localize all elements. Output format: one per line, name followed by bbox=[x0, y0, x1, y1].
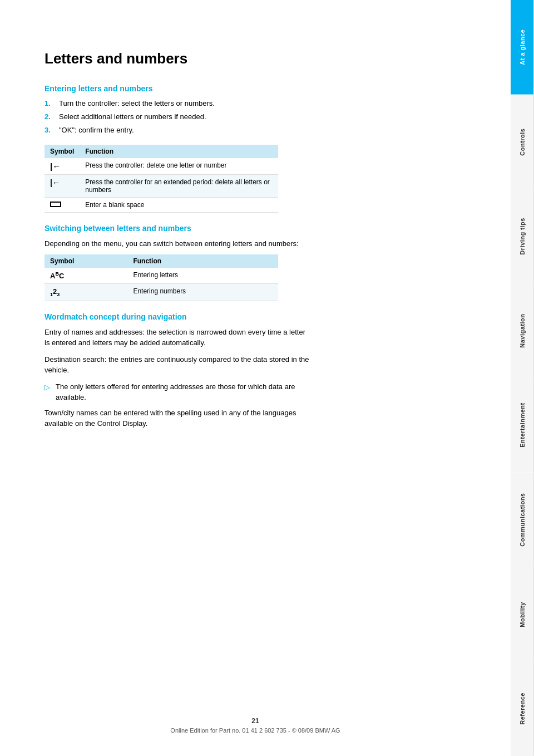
footer-text: Online Edition for Part no. 01 41 2 602 … bbox=[0, 727, 511, 734]
sidebar-tab-reference[interactable]: Reference bbox=[511, 661, 534, 756]
table-row: |← Press the controller: delete one lett… bbox=[44, 158, 278, 175]
step-1: 1. Turn the controller: select the lette… bbox=[44, 99, 477, 109]
switching-description: Depending on the menu, you can switch be… bbox=[44, 238, 312, 249]
function-delete-all: Press the controller for an extended per… bbox=[80, 174, 278, 197]
symbol-abc: ABC bbox=[44, 268, 127, 284]
step-3: 3. "OK": confirm the entry. bbox=[44, 125, 477, 135]
table-row: Enter a blank space bbox=[44, 197, 278, 212]
entering-table: Symbol Function |← Press the controller:… bbox=[44, 145, 278, 213]
sidebar-tab-communications[interactable]: Communications bbox=[511, 473, 534, 567]
section-heading-switching: Switching between letters and numbers bbox=[44, 224, 477, 233]
wordmatch-bullet: ▷ The only letters offered for entering … bbox=[44, 381, 312, 403]
page-title: Letters and numbers bbox=[44, 50, 477, 67]
sidebar-tab-mobility[interactable]: Mobility bbox=[511, 567, 534, 662]
sidebar-tab-entertainment[interactable]: Entertainment bbox=[511, 378, 534, 473]
page-number: 21 bbox=[0, 717, 511, 725]
function-blank: Enter a blank space bbox=[80, 197, 278, 212]
main-content: Letters and numbers Entering letters and… bbox=[0, 0, 511, 756]
table2-col2-header: Function bbox=[127, 254, 278, 268]
function-abc: Entering letters bbox=[127, 268, 278, 284]
step-2: 2. Select additional letters or numbers … bbox=[44, 112, 477, 122]
function-123: Entering numbers bbox=[127, 284, 278, 301]
wordmatch-para-1: Entry of names and addresses: the select… bbox=[44, 327, 312, 348]
step-number-1: 1. bbox=[44, 99, 56, 109]
symbol-blank bbox=[44, 197, 80, 212]
table1-col1-header: Symbol bbox=[44, 145, 80, 158]
page-wrapper: Letters and numbers Entering letters and… bbox=[0, 0, 534, 756]
step-text-2: Select additional letters or numbers if … bbox=[59, 112, 206, 122]
table-row: 123 Entering numbers bbox=[44, 284, 278, 301]
section-heading-wordmatch: Wordmatch concept during navigation bbox=[44, 312, 477, 321]
wordmatch-para-2: Destination search: the entries are cont… bbox=[44, 354, 312, 376]
wordmatch-bullet-text: The only letters offered for entering ad… bbox=[56, 381, 312, 403]
symbol-delete-one: |← bbox=[44, 158, 80, 175]
function-delete-one: Press the controller: delete one letter … bbox=[80, 158, 278, 175]
table-row: ABC Entering letters bbox=[44, 268, 278, 284]
step-number-2: 2. bbox=[44, 112, 56, 122]
step-text-1: Turn the controller: select the letters … bbox=[59, 99, 215, 109]
symbol-123: 123 bbox=[44, 284, 127, 301]
step-text-3: "OK": confirm the entry. bbox=[59, 125, 134, 135]
table1-col2-header: Function bbox=[80, 145, 278, 158]
bullet-arrow-icon: ▷ bbox=[44, 382, 51, 403]
sidebar: At a glance Controls Driving tips Naviga… bbox=[511, 0, 534, 756]
step-number-3: 3. bbox=[44, 125, 56, 135]
wordmatch-final: Town/city names can be entered with the … bbox=[44, 408, 312, 429]
sidebar-tab-driving-tips[interactable]: Driving tips bbox=[511, 189, 534, 284]
switching-table: Symbol Function ABC Entering letters 123… bbox=[44, 254, 278, 301]
page-footer: 21 Online Edition for Part no. 01 41 2 6… bbox=[0, 717, 511, 734]
sidebar-tab-controls[interactable]: Controls bbox=[511, 95, 534, 189]
symbol-delete-all: |← bbox=[44, 174, 80, 197]
sidebar-tab-at-a-glance[interactable]: At a glance bbox=[511, 0, 534, 95]
section-heading-entering: Entering letters and numbers bbox=[44, 84, 477, 93]
entering-steps-list: 1. Turn the controller: select the lette… bbox=[44, 99, 477, 136]
table-row: |← Press the controller for an extended … bbox=[44, 174, 278, 197]
table2-col1-header: Symbol bbox=[44, 254, 127, 268]
sidebar-tab-navigation[interactable]: Navigation bbox=[511, 283, 534, 378]
